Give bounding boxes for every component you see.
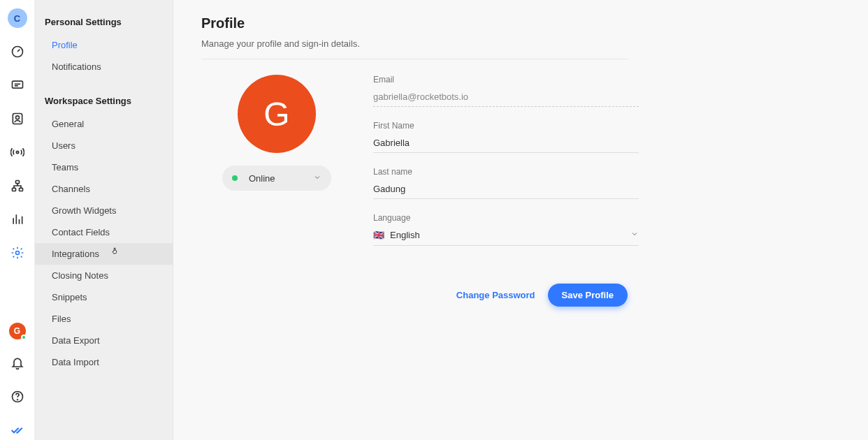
user-avatar[interactable]: G	[9, 323, 26, 339]
first-name-input[interactable]	[373, 135, 639, 153]
notifications-bell-icon[interactable]	[8, 353, 27, 373]
sidebar-item-growth-widgets[interactable]: Growth Widgets	[35, 200, 173, 221]
svg-point-10	[17, 399, 17, 400]
svg-rect-7	[19, 188, 22, 191]
sidebar-item-closing-notes[interactable]: Closing Notes	[35, 265, 173, 286]
language-value: English	[390, 230, 625, 240]
save-profile-button[interactable]: Save Profile	[548, 284, 628, 307]
messages-icon[interactable]	[8, 75, 27, 95]
workspace-settings-title: Workspace Settings	[35, 91, 173, 113]
reports-icon[interactable]	[8, 210, 27, 229]
last-name-input[interactable]	[373, 181, 639, 199]
sidebar-item-snippets[interactable]: Snippets	[35, 286, 173, 308]
svg-rect-5	[15, 181, 19, 184]
divider	[201, 59, 628, 59]
status-dropdown[interactable]: Online	[222, 166, 331, 191]
status-label: Online	[245, 173, 275, 184]
first-name-label: First Name	[373, 121, 639, 131]
workflows-icon[interactable]	[8, 176, 27, 196]
main-content: Profile Manage your profile and sign-in …	[173, 0, 868, 440]
flag-icon: 🇬🇧	[373, 230, 384, 240]
sidebar-item-general[interactable]: General	[35, 113, 173, 135]
page-subtitle: Manage your profile and sign-in details.	[201, 38, 840, 49]
sidebar-item-teams[interactable]: Teams	[35, 156, 173, 178]
broadcast-icon[interactable]	[8, 142, 27, 162]
change-password-button[interactable]: Change Password	[456, 290, 535, 300]
svg-point-4	[16, 151, 18, 153]
language-dropdown[interactable]: 🇬🇧 English	[373, 227, 639, 246]
sidebar-item-users[interactable]: Users	[35, 135, 173, 156]
email-label: Email	[373, 75, 639, 85]
personal-settings-title: Personal Settings	[35, 13, 173, 34]
workspace-avatar[interactable]: C	[8, 8, 27, 28]
sidebar-item-profile[interactable]: Profile	[35, 34, 173, 56]
double-check-icon[interactable]	[8, 420, 27, 440]
sidebar-item-contact-fields[interactable]: Contact Fields	[35, 221, 173, 243]
first-name-field-group: First Name	[373, 121, 639, 153]
sidebar-item-notifications[interactable]: Notifications	[35, 56, 173, 78]
language-field-group: Language 🇬🇧 English	[373, 213, 639, 246]
sidebar-item-files[interactable]: Files	[35, 308, 173, 330]
svg-point-8	[15, 251, 19, 255]
email-field-group: Email gabriella@rocketbots.io	[373, 75, 639, 107]
sidebar-item-data-export[interactable]: Data Export	[35, 330, 173, 351]
page-title: Profile	[201, 15, 840, 31]
contacts-icon[interactable]	[8, 109, 27, 129]
svg-point-3	[15, 116, 19, 119]
profile-avatar[interactable]: G	[238, 75, 316, 153]
chevron-down-icon	[630, 228, 639, 241]
sidebar-item-integrations[interactable]: Integrations	[35, 243, 173, 265]
sidebar-item-channels[interactable]: Channels	[35, 178, 173, 200]
settings-icon[interactable]	[8, 243, 27, 263]
help-icon[interactable]	[8, 387, 27, 406]
settings-side-panel: Personal Settings Profile Notifications …	[35, 0, 173, 440]
language-label: Language	[373, 213, 639, 223]
icon-rail: C G	[0, 0, 35, 440]
dashboard-icon[interactable]	[8, 42, 27, 61]
svg-rect-6	[12, 188, 15, 191]
last-name-field-group: Last name	[373, 167, 639, 199]
email-value: gabriella@rocketbots.io	[373, 89, 639, 107]
last-name-label: Last name	[373, 167, 639, 177]
sidebar-item-data-import[interactable]: Data Import	[35, 351, 173, 373]
chevron-down-icon	[313, 172, 321, 184]
status-dot-icon	[232, 175, 238, 181]
user-avatar-letter: G	[14, 326, 20, 336]
presence-dot	[21, 335, 27, 340]
